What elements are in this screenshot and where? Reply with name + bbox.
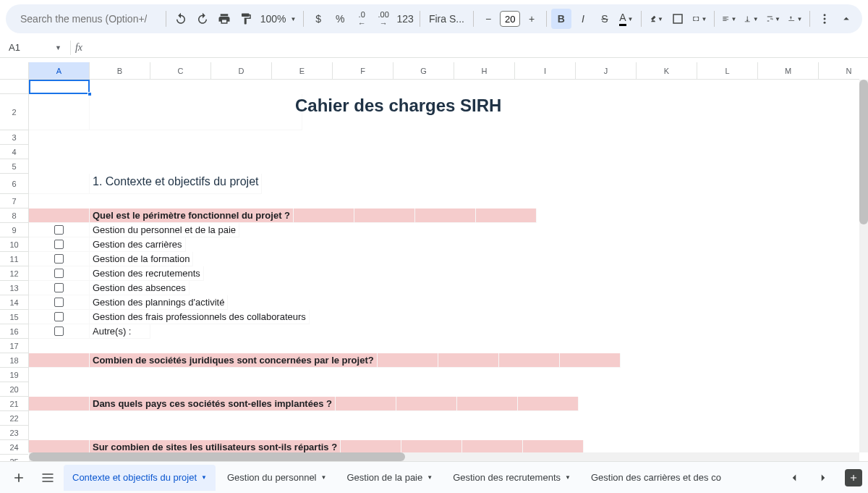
currency-button[interactable]: $ (308, 9, 328, 29)
row-header[interactable]: 20 (0, 382, 28, 397)
collapse-toolbar-button[interactable] (836, 9, 856, 29)
row-header[interactable]: 12 (0, 266, 28, 281)
sheet-tab-personnel[interactable]: Gestion du personnel▼ (218, 465, 336, 491)
column-header[interactable]: H (454, 62, 515, 79)
svg-point-0 (824, 14, 826, 16)
column-header[interactable]: B (90, 62, 150, 79)
fill-handle[interactable] (88, 92, 92, 96)
column-header[interactable]: K (637, 62, 697, 79)
menu-search-input[interactable] (12, 9, 156, 29)
row-header[interactable]: 14 (0, 295, 28, 310)
horizontal-scrollbar[interactable] (29, 452, 859, 461)
row-header[interactable]: 3 (0, 130, 28, 145)
strikethrough-button[interactable]: S (595, 9, 615, 29)
select-all-corner[interactable] (0, 62, 29, 80)
fill-color-button[interactable]: ▼ (646, 9, 666, 29)
column-header[interactable]: N (819, 62, 868, 79)
column-header[interactable]: J (576, 62, 637, 79)
checklist-item: Gestion des carrières (90, 237, 186, 252)
row-header[interactable]: 13 (0, 281, 28, 295)
column-header[interactable]: I (515, 62, 576, 79)
font-family-dropdown[interactable]: Fira S...▼ (425, 13, 469, 25)
name-box-dropdown[interactable]: ▼ (51, 44, 66, 51)
column-header[interactable]: L (697, 62, 758, 79)
row-header[interactable]: 15 (0, 310, 28, 324)
bold-button[interactable]: B (551, 9, 571, 29)
explore-button[interactable] (845, 469, 862, 486)
row-header[interactable]: 8 (0, 208, 28, 223)
column-header[interactable]: M (758, 62, 819, 79)
column-header[interactable]: C (150, 62, 211, 79)
add-sheet-button[interactable] (6, 465, 32, 491)
formula-input[interactable] (87, 42, 862, 53)
increase-decimal-button[interactable]: .00→ (373, 9, 393, 29)
tab-scroll-right-button[interactable] (810, 465, 836, 491)
scrollbar-thumb[interactable] (29, 452, 405, 461)
text-rotation-button[interactable]: ▼ (785, 9, 805, 29)
undo-button[interactable] (171, 9, 191, 29)
row-header[interactable]: 23 (0, 426, 28, 440)
font-size-input[interactable] (500, 11, 520, 27)
row-header[interactable]: 4 (0, 145, 28, 159)
checkbox[interactable] (54, 312, 64, 321)
row-header[interactable]: 17 (0, 339, 28, 353)
checkbox[interactable] (54, 283, 64, 292)
sheet-tab-recrutements[interactable]: Gestion des recrutements▼ (444, 465, 579, 491)
row-header[interactable] (0, 80, 28, 94)
row-header[interactable]: 9 (0, 223, 28, 237)
row-header[interactable]: 6 (0, 174, 28, 194)
chevron-down-icon: ▼ (565, 474, 571, 481)
vertical-align-button[interactable]: ▼ (741, 9, 761, 29)
row-header[interactable]: 16 (0, 324, 28, 339)
checkbox[interactable] (54, 254, 64, 264)
row-header[interactable]: 18 (0, 353, 28, 368)
row-header[interactable]: 7 (0, 194, 28, 208)
row-header[interactable]: 2 (0, 94, 28, 130)
print-button[interactable] (214, 9, 234, 29)
sheet-tab-paie[interactable]: Gestion de la paie▼ (338, 465, 441, 491)
redo-button[interactable] (192, 9, 213, 29)
decrease-font-size-button[interactable]: − (478, 9, 498, 29)
checkbox[interactable] (54, 298, 64, 307)
more-formats-button[interactable]: 123 (395, 9, 415, 29)
row-header[interactable]: 25 (0, 455, 28, 461)
percent-button[interactable]: % (330, 9, 350, 29)
row-header[interactable]: 10 (0, 237, 28, 252)
row-header[interactable]: 21 (0, 397, 28, 411)
row-header[interactable]: 24 (0, 440, 28, 455)
horizontal-align-button[interactable]: ▼ (719, 9, 739, 29)
paint-format-button[interactable] (236, 9, 256, 29)
checkbox[interactable] (54, 269, 64, 278)
column-header[interactable]: F (333, 62, 393, 79)
column-header[interactable]: E (272, 62, 333, 79)
tab-scroll-left-button[interactable] (781, 465, 807, 491)
checkbox[interactable] (54, 326, 64, 336)
row-header[interactable]: 5 (0, 159, 28, 174)
zoom-dropdown[interactable]: 100%▼ (258, 13, 299, 25)
name-box-input[interactable] (6, 40, 51, 56)
increase-font-size-button[interactable]: + (522, 9, 542, 29)
row-header[interactable]: 19 (0, 368, 28, 382)
row-header[interactable]: 22 (0, 411, 28, 426)
vertical-scrollbar[interactable] (859, 80, 868, 452)
decrease-decimal-button[interactable]: .0← (352, 9, 372, 29)
text-wrap-button[interactable]: ▼ (763, 9, 783, 29)
checkbox[interactable] (54, 225, 64, 235)
all-sheets-button[interactable] (35, 465, 61, 491)
text-color-button[interactable]: A▼ (616, 9, 637, 29)
scrollbar-thumb[interactable] (859, 80, 868, 224)
cells-viewport[interactable]: Cahier des charges SIRH 1. Contexte et o… (29, 80, 859, 452)
merge-cells-button[interactable]: ▼ (689, 9, 710, 29)
row-header[interactable]: 11 (0, 252, 28, 266)
toolbar-separator (303, 11, 304, 27)
toolbar-more-button[interactable] (814, 9, 835, 29)
toolbar-separator (641, 11, 642, 27)
sheet-tab-contexte[interactable]: Contexte et objectifs du projet▼ (64, 465, 216, 491)
borders-button[interactable] (668, 9, 688, 29)
column-header[interactable]: G (393, 62, 454, 79)
column-header[interactable]: D (211, 62, 272, 79)
checkbox[interactable] (54, 240, 64, 249)
sheet-tab-carrieres[interactable]: Gestion des carrières et des co (582, 465, 730, 491)
column-header[interactable]: A (29, 62, 90, 79)
italic-button[interactable]: I (573, 9, 593, 29)
